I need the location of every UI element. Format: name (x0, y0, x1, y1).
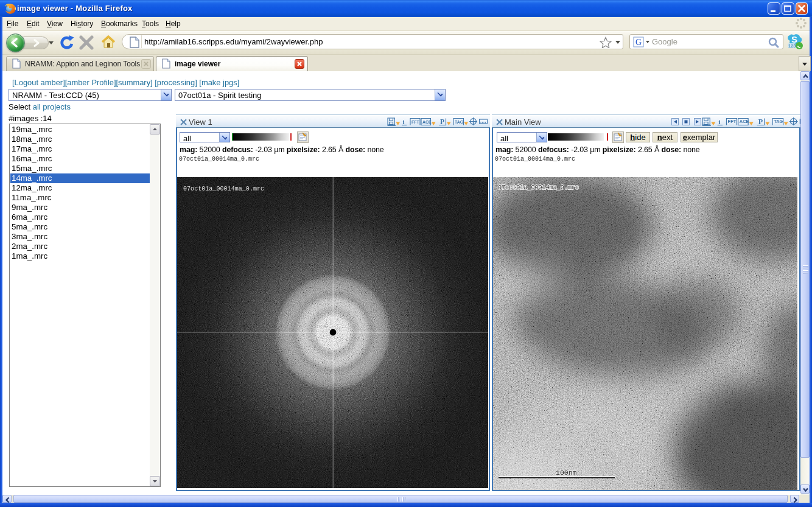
svg-text:07oct01a_00014ma_0.mrc: 07oct01a_00014ma_0.mrc (498, 184, 579, 191)
svg-text:P: P (440, 118, 444, 125)
svg-text:07oct01a_00014ma_0.mrc: 07oct01a_00014ma_0.mrc (183, 186, 264, 192)
svg-text:G: G (635, 38, 642, 47)
svg-text:FFT: FFT (411, 120, 420, 124)
svg-text:100nm: 100nm (556, 469, 577, 477)
svg-text:ACE: ACE (422, 120, 432, 124)
svg-text:123: 123 (788, 43, 796, 49)
svg-text:i: i (403, 118, 405, 125)
svg-text:TAG: TAG (455, 120, 464, 124)
